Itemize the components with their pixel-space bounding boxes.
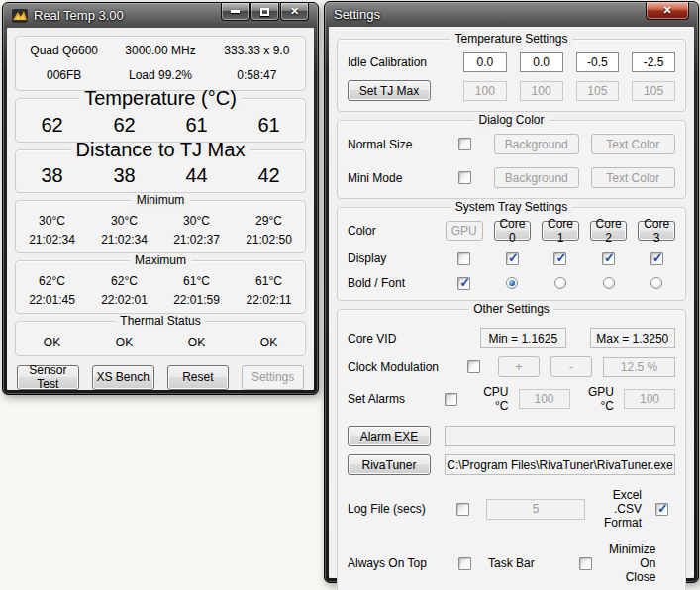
alarm-exe-path-field[interactable] [445,426,675,446]
always-on-top-label: Always On Top [348,556,449,570]
font-core3-radio[interactable] [650,277,662,289]
mini-mode-checkbox[interactable] [458,171,471,184]
clock-modulation-checkbox[interactable] [467,360,480,373]
temperature-legend: Temperature (°C) [79,91,242,106]
maximize-icon [260,8,269,16]
core1-temp: 62 [88,114,160,137]
display-core0-checkbox[interactable] [506,252,519,265]
tj-max-core2-input[interactable] [576,81,620,101]
mini-text-color-button[interactable]: Text Color [591,167,676,188]
set-tj-max-button[interactable]: Set TJ Max [348,80,431,101]
thermal-status-legend: Thermal Status [115,314,205,329]
system-tray-group: System Tray Settings Color GPU Core 0 Co… [337,207,686,301]
min-cell: 30°C21:02:34 [16,214,88,246]
core2-temp: 61 [160,114,233,137]
rivatuner-button[interactable]: RivaTuner [348,454,431,475]
normal-size-checkbox[interactable] [458,138,471,150]
maximum-legend: Maximum [130,253,191,268]
font-core1-radio[interactable] [554,277,566,289]
bold-font-checkbox[interactable] [457,277,470,290]
realtemp-titlebar[interactable]: Real Temp 3.00 ✕ [3,3,318,28]
core1-distance: 38 [88,164,160,187]
distance-panel: Distance to TJ Max 38 38 44 42 [15,149,306,194]
normal-background-button[interactable]: Background [494,134,579,154]
temperature-settings-legend: Temperature Settings [450,32,572,47]
minimize-button[interactable] [221,3,250,21]
excel-csv-checkbox[interactable] [655,503,668,516]
font-core0-radio[interactable] [506,277,518,289]
max-cell: 61°C22:02:11 [233,274,305,307]
mini-mode-label: Mini Mode [348,171,435,185]
settings-button[interactable]: Settings [242,365,304,390]
min-cell: 29°C21:02:50 [233,214,305,246]
display-core1-checkbox[interactable] [553,252,566,265]
bold-font-label: Bold / Font [348,276,435,290]
core1-status: OK [88,336,160,349]
minimum-legend: Minimum [132,193,190,208]
set-alarms-checkbox[interactable] [445,393,457,406]
close-button[interactable]: ✕ [646,2,689,20]
core3-color-button[interactable]: Core 3 [638,221,675,241]
mini-background-button[interactable]: Background [494,167,579,188]
normal-text-color-button[interactable]: Text Color [591,134,676,154]
set-alarms-row: Set Alarms CPU °C GPU °C [348,385,675,413]
max-cell: 62°C22:02:01 [88,274,160,307]
modulation-plus-button[interactable]: + [498,356,540,377]
font-core2-radio[interactable] [603,277,615,289]
task-bar-label: Task Bar [488,556,569,570]
rivatuner-path-field[interactable]: C:\Program Files\RivaTuner\RivaTuner.exe [445,454,675,475]
cpu-load: Load 99.2% [112,68,208,82]
reset-button[interactable]: Reset [167,365,230,390]
task-bar-checkbox[interactable] [579,557,592,570]
display-gpu-checkbox[interactable] [457,252,470,265]
gpu-alarm-input[interactable] [624,389,675,409]
log-file-checkbox[interactable] [456,503,469,516]
xs-bench-button[interactable]: XS Bench [92,365,154,390]
idle-calibration-core1-input[interactable] [520,52,563,72]
settings-window: Settings ✕ Temperature Settings Idle Cal… [324,1,699,583]
sensor-test-button[interactable]: Sensor Test [17,365,79,390]
min-cell: 30°C21:02:37 [160,214,233,246]
core-vid-max-field: Max = 1.3250 [590,328,676,348]
clock-modulation-label: Clock Modulation [348,360,456,374]
tj-max-core0-input[interactable] [463,81,507,101]
display-core3-checkbox[interactable] [650,252,663,265]
settings-titlebar[interactable]: Settings ✕ [325,2,698,27]
set-alarms-label: Set Alarms [348,392,435,406]
maximize-button[interactable] [250,3,279,21]
tj-max-core1-input[interactable] [520,81,563,101]
excel-csv-label: Excel .CSV Format [595,488,646,530]
core-vid-row: Core VID Min = 1.1625 Max = 1.3250 [348,328,675,348]
idle-calibration-label: Idle Calibration [348,55,450,69]
log-interval-input[interactable] [486,499,585,520]
thermal-status-panel: Thermal Status OK OK OK OK [15,321,306,356]
close-icon: ✕ [662,4,671,17]
display-core2-checkbox[interactable] [602,252,615,265]
min-cell: 30°C21:02:34 [88,214,160,246]
core-vid-label: Core VID [348,332,456,345]
always-on-top-checkbox[interactable] [458,557,471,570]
alarm-exe-button[interactable]: Alarm EXE [348,426,431,446]
app-icon [12,8,28,24]
modulation-value-field: 12.5 % [603,357,675,377]
core0-color-button[interactable]: Core 0 [494,221,532,241]
modulation-minus-button[interactable]: - [550,356,592,377]
idle-calibration-core3-input[interactable] [632,52,675,72]
temperature-settings-group: Temperature Settings Idle Calibration Se… [337,39,686,112]
idle-calibration-core2-input[interactable] [576,52,620,72]
cpu-model: Quad Q6600 [16,44,112,57]
max-cell: 62°C22:01:45 [16,274,88,307]
cpuid: 006FB [16,68,112,82]
core2-color-button[interactable]: Core 2 [590,221,628,241]
tj-max-core3-input[interactable] [632,81,675,101]
window-options-row-1: Always On Top Task Bar Minimize On Close [348,542,675,584]
idle-calibration-core0-input[interactable] [463,52,507,72]
cpu-alarm-input[interactable] [519,389,570,409]
close-button[interactable]: ✕ [280,3,309,21]
close-icon: ✕ [290,5,299,18]
core0-distance: 38 [16,164,88,187]
cpu-frequency: 3000.00 MHz [112,44,208,57]
gpu-color-button[interactable]: GPU [446,221,483,241]
core1-color-button[interactable]: Core 1 [542,221,579,241]
realtemp-client: Quad Q6600 3000.00 MHz 333.33 x 9.0 006F… [7,28,314,390]
